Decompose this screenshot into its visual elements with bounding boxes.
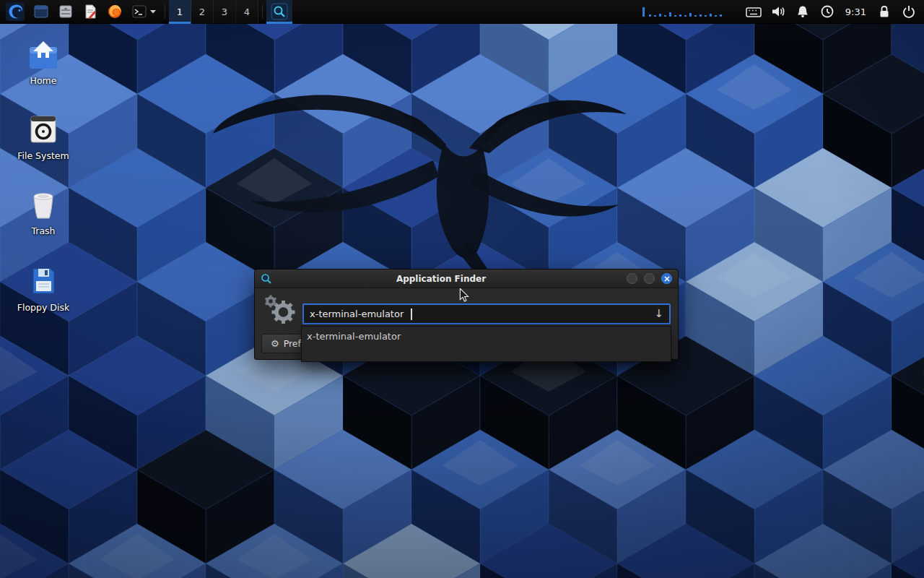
desktop-icon-file-system[interactable]: File System (9, 113, 78, 161)
clock[interactable]: 9:31 (845, 7, 866, 17)
window-buttons-launcher[interactable] (29, 0, 53, 24)
completion-item[interactable]: x-terminal-emulator (302, 327, 671, 346)
kali-menu-icon (6, 2, 25, 21)
power-icon (901, 4, 917, 20)
file-manager-launcher[interactable] (53, 0, 78, 24)
file-manager-icon (58, 4, 74, 20)
status-icon (819, 4, 835, 20)
home-folder-icon (27, 39, 60, 71)
application-icon (263, 293, 297, 329)
text-editor-launcher[interactable] (78, 0, 103, 24)
volume-icon (770, 4, 786, 20)
applications-menu-button[interactable] (1, 0, 29, 24)
volume-indicator[interactable] (766, 0, 790, 24)
keyboard-indicator[interactable] (741, 0, 766, 24)
app-finder-panel-button[interactable] (266, 0, 292, 24)
firefox-launcher[interactable] (103, 0, 127, 24)
workspace-button-2[interactable]: 2 (191, 0, 214, 24)
gear-icon: ⚙ (271, 338, 279, 349)
firefox-icon (107, 4, 123, 20)
panel-separator (262, 4, 263, 19)
maximize-button[interactable] (644, 273, 655, 284)
status-indicator[interactable] (815, 0, 840, 24)
system-monitor-icon (642, 4, 727, 20)
window-title: Application Finder (255, 274, 627, 284)
system-monitor-indicator[interactable] (637, 0, 731, 24)
workspace-button-4[interactable]: 4 (236, 0, 258, 24)
workspace-button-1[interactable]: 1 (169, 0, 191, 24)
completion-popup: x-terminal-emulator (301, 326, 671, 362)
window-search-icon (261, 273, 272, 285)
gears-icon (263, 293, 297, 327)
lock-icon (876, 4, 892, 20)
search-icon (271, 3, 288, 20)
notifications-indicator[interactable] (790, 0, 815, 24)
trash-bin-icon (27, 188, 60, 221)
desktop-icon-label: Trash (31, 226, 55, 236)
lock-screen-button[interactable] (872, 0, 897, 24)
text-cursor (411, 309, 412, 320)
search-input-value: x-terminal-emulator (310, 309, 404, 319)
search-input[interactable]: x-terminal-emulator ↓ (302, 303, 671, 324)
terminal-launcher[interactable] (127, 0, 161, 24)
text-editor-icon (82, 4, 98, 20)
desktop-icon-trash[interactable]: Trash (9, 188, 78, 236)
power-button[interactable] (897, 0, 921, 24)
chevron-down-icon (149, 9, 157, 14)
desktop-icon-floppy-disk[interactable]: Floppy Disk (9, 264, 78, 313)
entry-dropdown-arrow-icon[interactable]: ↓ (648, 309, 663, 319)
close-icon (664, 276, 670, 282)
desktop-icon-label: Home (30, 76, 57, 86)
floppy-disk-icon (27, 264, 60, 298)
desktop-icon-label: Floppy Disk (17, 303, 69, 313)
file-system-drive-icon (27, 113, 60, 146)
minimize-button[interactable] (627, 273, 637, 284)
workspace-button-3[interactable]: 3 (214, 0, 236, 24)
top-panel: 1 2 3 4 (0, 0, 924, 24)
close-button[interactable] (661, 273, 672, 284)
keyboard-icon (746, 4, 762, 20)
window-titlebar[interactable]: Application Finder (255, 269, 678, 288)
terminal-icon (131, 4, 147, 20)
bell-icon (795, 4, 811, 20)
desktop-icon-label: File System (17, 151, 69, 161)
window-icon (33, 4, 49, 20)
desktop-icon-home[interactable]: Home (9, 39, 78, 86)
panel-separator (165, 4, 165, 19)
